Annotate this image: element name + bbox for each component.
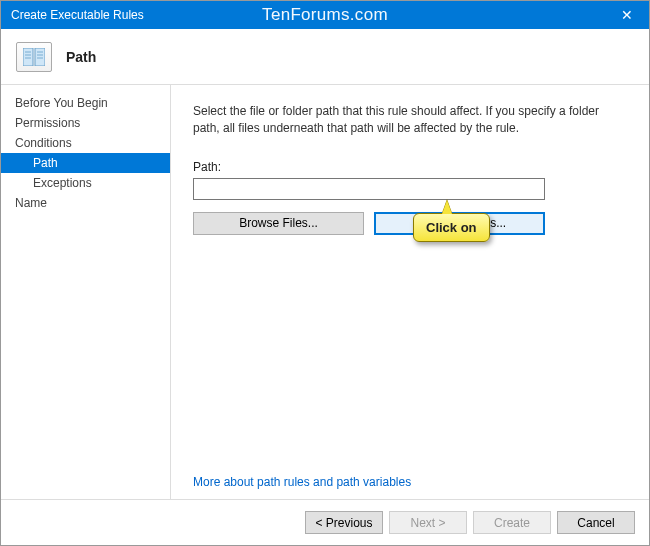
sidebar-item-before-you-begin[interactable]: Before You Begin: [1, 93, 170, 113]
watermark-text: TenForums.com: [262, 5, 388, 25]
sidebar-item-permissions[interactable]: Permissions: [1, 113, 170, 133]
path-input[interactable]: [193, 178, 545, 200]
page-icon: [16, 42, 52, 72]
wizard-window: Create Executable Rules TenForums.com ✕ …: [0, 0, 650, 546]
path-label: Path:: [193, 160, 627, 174]
wizard-footer: < Previous Next > Create Cancel: [1, 499, 649, 545]
instruction-text: Select the file or folder path that this…: [193, 103, 627, 138]
cancel-button[interactable]: Cancel: [557, 511, 635, 534]
page-title: Path: [66, 49, 96, 65]
sidebar: Before You Begin Permissions Conditions …: [1, 85, 171, 499]
sidebar-item-path[interactable]: Path: [1, 153, 170, 173]
callout-text: Click on: [426, 220, 477, 235]
browse-files-button[interactable]: Browse Files...: [193, 212, 364, 235]
annotation-callout: Click on: [413, 213, 490, 242]
sidebar-item-conditions[interactable]: Conditions: [1, 133, 170, 153]
window-title: Create Executable Rules: [11, 8, 144, 22]
content-pane: Select the file or folder path that this…: [171, 85, 649, 499]
titlebar: Create Executable Rules TenForums.com ✕: [1, 1, 649, 29]
close-icon: ✕: [621, 7, 633, 23]
previous-button[interactable]: < Previous: [305, 511, 383, 534]
next-button: Next >: [389, 511, 467, 534]
close-button[interactable]: ✕: [604, 1, 649, 29]
svg-rect-0: [23, 48, 33, 66]
more-about-link[interactable]: More about path rules and path variables: [193, 465, 627, 489]
wizard-body: Before You Begin Permissions Conditions …: [1, 85, 649, 499]
browse-row: Browse Files... Browse Folders...: [193, 212, 627, 235]
callout-tail-icon: [442, 200, 452, 214]
svg-rect-1: [35, 48, 45, 66]
sidebar-item-exceptions[interactable]: Exceptions: [1, 173, 170, 193]
wizard-header: Path: [1, 29, 649, 85]
sidebar-item-name[interactable]: Name: [1, 193, 170, 213]
create-button: Create: [473, 511, 551, 534]
